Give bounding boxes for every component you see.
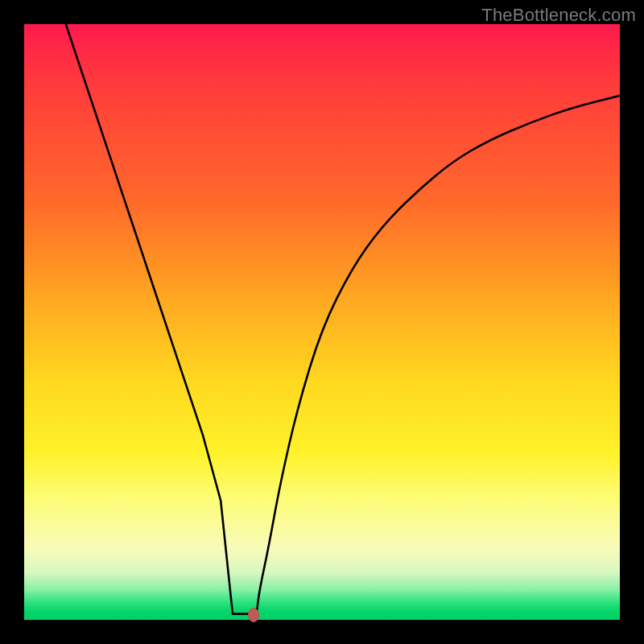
- minimum-marker: [248, 608, 259, 622]
- plot-area: [24, 24, 620, 620]
- chart-frame: TheBottleneck.com: [0, 0, 644, 644]
- bottleneck-curve: [24, 24, 620, 620]
- watermark-text: TheBottleneck.com: [481, 5, 636, 26]
